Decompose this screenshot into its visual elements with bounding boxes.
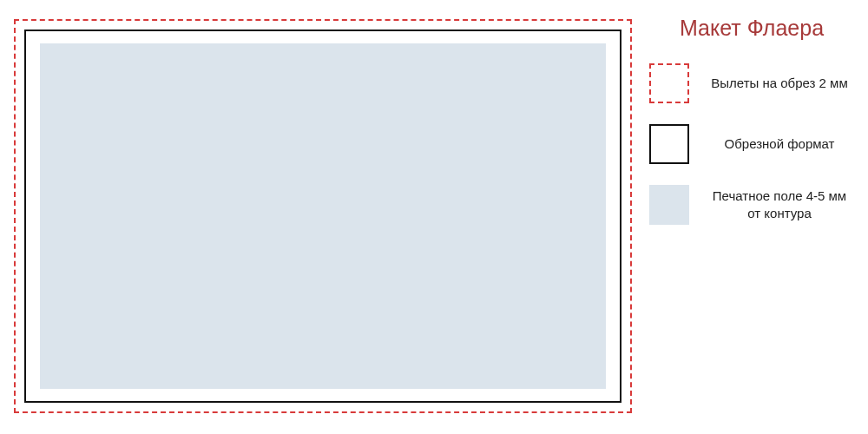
bleed-swatch-icon [649,63,689,103]
safe-print-area [40,43,606,389]
legend-item-safe: Печатное поле 4-5 мм от контура [649,185,854,225]
trim-swatch-icon [649,124,689,164]
legend-item-trim: Обрезной формат [649,124,854,164]
legend-panel: Макет Флаера Вылеты на обрез 2 мм Обрезн… [649,16,854,246]
legend-label-bleed: Вылеты на обрез 2 мм [705,75,854,92]
safe-swatch-icon [649,185,689,225]
legend-label-safe: Печатное поле 4-5 мм от контура [705,187,854,223]
legend-label-trim: Обрезной формат [705,135,854,153]
layout-preview [14,19,632,413]
diagram-title: Макет Флаера [649,16,854,41]
legend-item-bleed: Вылеты на обрез 2 мм [649,63,854,103]
